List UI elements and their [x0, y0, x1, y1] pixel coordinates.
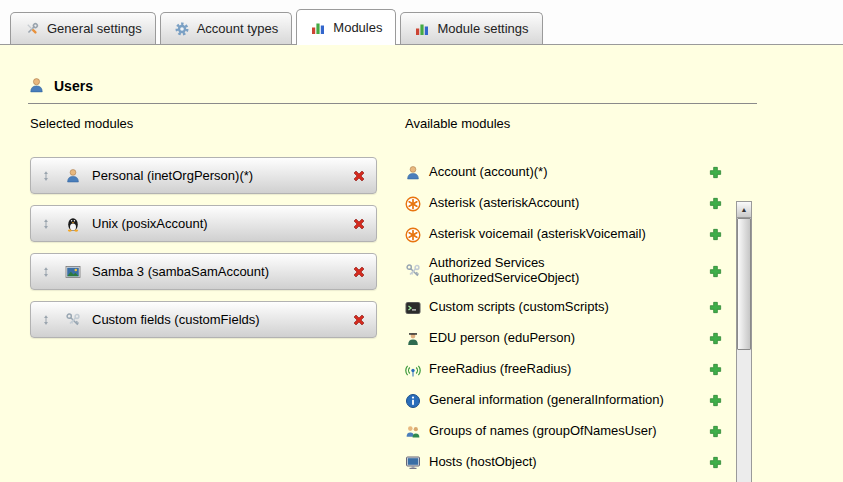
tux-icon [65, 216, 81, 232]
tab-module-settings[interactable]: Module settings [400, 12, 542, 44]
chart-icon [414, 21, 430, 37]
remove-module-button[interactable] [351, 216, 367, 232]
add-module-button[interactable] [708, 424, 723, 439]
available-module-row: Asterisk (asteriskAccount) [405, 188, 723, 219]
section-header: Users [28, 77, 757, 104]
add-icon [708, 227, 723, 242]
add-icon [708, 424, 723, 439]
tab-account-types[interactable]: Account types [160, 12, 293, 44]
delete-icon [351, 216, 367, 232]
modules-columns: Selected modules Personal (inetOrgPerson… [0, 104, 843, 478]
tools-icon [24, 21, 40, 37]
selected-module-row[interactable]: Custom fields (customFields) [30, 301, 377, 338]
add-icon [708, 165, 723, 180]
available-module-row: General information (generalInformation) [405, 385, 723, 416]
wifi-icon [405, 362, 421, 378]
delete-icon [351, 264, 367, 280]
drag-handle-icon[interactable] [40, 169, 52, 183]
available-module-row: Groups of names (groupOfNamesUser) [405, 416, 723, 447]
module-label: Asterisk (asteriskAccount) [429, 196, 697, 211]
available-modules-list: Account (account)(*) Asterisk (asteriskA… [405, 157, 723, 478]
scrollbar[interactable]: ▲ ▼ [736, 201, 752, 482]
drag-handle-icon[interactable] [40, 313, 52, 327]
delete-icon [351, 312, 367, 328]
add-icon [708, 196, 723, 211]
info-icon [405, 393, 421, 409]
section-title: Users [54, 78, 93, 94]
available-modules-heading: Available modules [405, 116, 723, 131]
add-icon [708, 455, 723, 470]
add-icon [708, 264, 723, 279]
keys-icon [405, 263, 421, 279]
available-module-row: Hosts (hostObject) [405, 447, 723, 478]
module-label: Unix (posixAccount) [92, 216, 208, 231]
available-module-row: FreeRadius (freeRadius) [405, 354, 723, 385]
module-label: Groups of names (groupOfNamesUser) [429, 424, 697, 439]
tab-general-settings[interactable]: General settings [10, 12, 156, 44]
add-icon [708, 300, 723, 315]
available-module-row: Account (account)(*) [405, 157, 723, 188]
add-icon [708, 331, 723, 346]
selected-module-row[interactable]: Unix (posixAccount) [30, 205, 377, 242]
group-icon [405, 424, 421, 440]
add-module-button[interactable] [708, 362, 723, 377]
samba-icon [65, 264, 81, 280]
module-label: Custom fields (customFields) [92, 312, 260, 327]
add-module-button[interactable] [708, 393, 723, 408]
lam-configuration-page: General settings Account types Modules M… [0, 0, 843, 482]
module-label: Personal (inetOrgPerson)(*) [92, 168, 253, 183]
available-module-row: Custom scripts (customScripts) [405, 292, 723, 323]
delete-icon [351, 168, 367, 184]
add-module-button[interactable] [708, 264, 723, 279]
person-icon [405, 165, 421, 181]
available-modules-column: Available modules Account (account)(*) A… [405, 116, 723, 478]
module-label: Samba 3 (sambaSamAccount) [92, 264, 269, 279]
module-label: EDU person (eduPerson) [429, 331, 697, 346]
chart-icon [310, 20, 326, 36]
add-module-button[interactable] [708, 165, 723, 180]
selected-module-row[interactable]: Samba 3 (sambaSamAccount) [30, 253, 377, 290]
host-icon [405, 455, 421, 471]
tab-label: Module settings [437, 21, 528, 36]
tab-modules[interactable]: Modules [296, 9, 396, 45]
add-module-button[interactable] [708, 196, 723, 211]
module-label: Account (account)(*) [429, 165, 697, 180]
add-module-button[interactable] [708, 300, 723, 315]
drag-handle-icon[interactable] [40, 265, 52, 279]
module-label: General information (generalInformation) [429, 393, 697, 408]
add-module-button[interactable] [708, 331, 723, 346]
available-module-row: Asterisk voicemail (asteriskVoicemail) [405, 219, 723, 250]
module-label: FreeRadius (freeRadius) [429, 362, 697, 377]
remove-module-button[interactable] [351, 168, 367, 184]
modules-tab-content: Users Selected modules Personal (inetOrg… [0, 44, 843, 482]
module-label: Authorized Services (authorizedServiceOb… [429, 256, 697, 286]
remove-module-button[interactable] [351, 312, 367, 328]
add-icon [708, 362, 723, 377]
asterisk-icon [405, 196, 421, 212]
module-label: Hosts (hostObject) [429, 455, 697, 470]
selected-modules-column: Selected modules Personal (inetOrgPerson… [30, 116, 377, 478]
selected-modules-heading: Selected modules [30, 116, 377, 131]
tab-label: Account types [197, 21, 279, 36]
add-module-button[interactable] [708, 227, 723, 242]
tab-label: Modules [333, 20, 382, 35]
module-label: Asterisk voicemail (asteriskVoicemail) [429, 227, 697, 242]
scroll-up-button[interactable]: ▲ [737, 202, 751, 218]
gear-icon [174, 21, 190, 37]
person-icon [65, 168, 81, 184]
tab-label: General settings [47, 21, 142, 36]
remove-module-button[interactable] [351, 264, 367, 280]
drag-handle-icon[interactable] [40, 217, 52, 231]
asterisk-icon [405, 227, 421, 243]
keys-icon [65, 312, 81, 328]
console-icon [405, 300, 421, 316]
module-label: Custom scripts (customScripts) [429, 300, 697, 315]
available-module-row: Authorized Services (authorizedServiceOb… [405, 250, 723, 292]
tab-bar: General settings Account types Modules M… [10, 9, 543, 45]
add-module-button[interactable] [708, 455, 723, 470]
scrollbar-thumb[interactable] [737, 218, 751, 350]
scrollbar-track[interactable] [737, 218, 751, 482]
selected-module-row[interactable]: Personal (inetOrgPerson)(*) [30, 157, 377, 194]
edu-person-icon [405, 331, 421, 347]
user-icon [28, 77, 45, 94]
